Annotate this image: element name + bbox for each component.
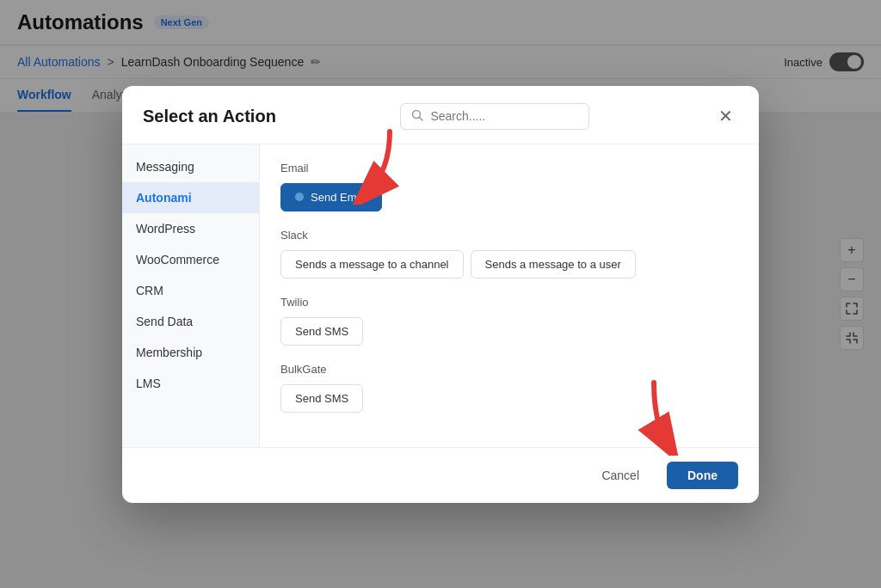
search-input[interactable] <box>430 109 578 123</box>
send-email-button[interactable]: Send Email <box>280 183 382 211</box>
select-action-modal: Select an Action ✕ Messaging Autonami Wo… <box>122 86 759 503</box>
action-categories-sidebar: Messaging Autonami WordPress WooCommerce… <box>122 144 260 447</box>
twilio-sms-label: Send SMS <box>295 325 348 338</box>
modal-overlay: Select an Action ✕ Messaging Autonami Wo… <box>0 0 881 588</box>
modal-title: Select an Action <box>143 107 276 126</box>
actions-content: Email Send Email Slack Sends a message t… <box>260 144 759 447</box>
sidebar-item-send-data[interactable]: Send Data <box>122 306 259 337</box>
modal-header: Select an Action ✕ <box>122 86 759 144</box>
search-container <box>400 103 589 130</box>
send-email-label: Send Email <box>311 191 367 204</box>
slack-channel-button[interactable]: Sends a message to a channel <box>280 250 464 279</box>
search-icon <box>411 109 423 124</box>
sidebar-item-lms[interactable]: LMS <box>122 368 259 399</box>
cancel-button[interactable]: Cancel <box>584 462 656 489</box>
slack-channel-label: Sends a message to a channel <box>295 258 449 271</box>
twilio-section-label: Twilio <box>280 296 738 309</box>
sidebar-item-messaging[interactable]: Messaging <box>122 151 259 182</box>
twilio-section: Twilio Send SMS <box>280 296 738 346</box>
sidebar-item-autonami[interactable]: Autonami <box>122 182 259 213</box>
selected-dot <box>295 193 304 201</box>
modal-body: Messaging Autonami WordPress WooCommerce… <box>122 144 759 447</box>
bulkgate-section: BulkGate Send SMS <box>280 363 738 413</box>
sidebar-item-wordpress[interactable]: WordPress <box>122 213 259 244</box>
twilio-actions: Send SMS <box>280 317 738 346</box>
bulkgate-sms-button[interactable]: Send SMS <box>280 384 363 413</box>
slack-section: Slack Sends a message to a channel Sends… <box>280 229 738 279</box>
slack-actions: Sends a message to a channel Sends a mes… <box>280 250 738 279</box>
close-modal-button[interactable]: ✕ <box>714 104 738 128</box>
modal-footer: Cancel Done <box>122 447 759 503</box>
bulkgate-section-label: BulkGate <box>280 363 738 376</box>
sidebar-item-crm[interactable]: CRM <box>122 275 259 306</box>
sidebar-item-membership[interactable]: Membership <box>122 337 259 368</box>
slack-section-label: Slack <box>280 229 738 242</box>
slack-user-label: Sends a message to a user <box>485 258 621 271</box>
bulkgate-actions: Send SMS <box>280 384 738 413</box>
email-section: Email Send Email <box>280 162 738 211</box>
email-actions: Send Email <box>280 183 738 211</box>
slack-user-button[interactable]: Sends a message to a user <box>471 250 636 279</box>
bulkgate-sms-label: Send SMS <box>295 392 348 405</box>
done-button[interactable]: Done <box>667 462 738 489</box>
sidebar-item-woocommerce[interactable]: WooCommerce <box>122 244 259 275</box>
twilio-sms-button[interactable]: Send SMS <box>280 317 363 346</box>
email-section-label: Email <box>280 162 738 175</box>
